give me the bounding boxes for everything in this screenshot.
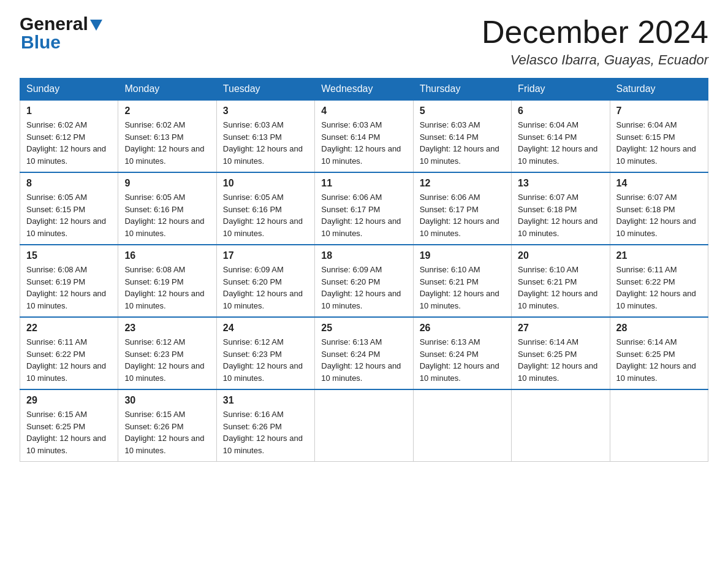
day-info: Sunrise: 6:04 AMSunset: 6:14 PMDaylight:… bbox=[518, 119, 603, 167]
calendar-week-row: 8Sunrise: 6:05 AMSunset: 6:15 PMDaylight… bbox=[20, 172, 708, 245]
sunset-text: Sunset: 6:23 PM bbox=[223, 350, 282, 359]
logo-blue-text: Blue bbox=[21, 33, 61, 52]
daylight-text: Daylight: 12 hours and 10 minutes. bbox=[321, 361, 401, 383]
sunrise-text: Sunrise: 6:09 AM bbox=[223, 265, 284, 274]
sunset-text: Sunset: 6:22 PM bbox=[26, 350, 85, 359]
day-number: 8 bbox=[26, 178, 112, 189]
header-sunday: Sunday bbox=[20, 79, 118, 101]
daylight-text: Daylight: 12 hours and 10 minutes. bbox=[124, 289, 204, 310]
daylight-text: Daylight: 12 hours and 10 minutes. bbox=[223, 144, 303, 166]
sunset-text: Sunset: 6:26 PM bbox=[223, 422, 282, 431]
sunrise-text: Sunrise: 6:11 AM bbox=[26, 337, 87, 347]
sunrise-text: Sunrise: 6:05 AM bbox=[124, 193, 185, 202]
header-saturday: Saturday bbox=[610, 79, 708, 101]
sunrise-text: Sunrise: 6:07 AM bbox=[616, 193, 677, 202]
sunset-text: Sunset: 6:13 PM bbox=[223, 132, 282, 142]
sunrise-text: Sunrise: 6:03 AM bbox=[321, 120, 382, 129]
day-number: 17 bbox=[223, 250, 308, 261]
day-info: Sunrise: 6:05 AMSunset: 6:16 PMDaylight:… bbox=[223, 191, 308, 239]
calendar-week-row: 29Sunrise: 6:15 AMSunset: 6:25 PMDayligh… bbox=[20, 389, 708, 462]
day-number: 14 bbox=[616, 178, 702, 189]
sunrise-text: Sunrise: 6:06 AM bbox=[420, 193, 480, 202]
table-row: 17Sunrise: 6:09 AMSunset: 6:20 PMDayligh… bbox=[216, 245, 314, 317]
sunset-text: Sunset: 6:19 PM bbox=[26, 277, 85, 286]
page-header: General Blue December 2024 Velasco Ibarr… bbox=[20, 15, 708, 68]
sunset-text: Sunset: 6:16 PM bbox=[223, 205, 282, 214]
sunrise-text: Sunrise: 6:08 AM bbox=[124, 265, 185, 274]
table-row: 4Sunrise: 6:03 AMSunset: 6:14 PMDaylight… bbox=[315, 100, 413, 172]
daylight-text: Daylight: 12 hours and 10 minutes. bbox=[124, 144, 204, 166]
sunrise-text: Sunrise: 6:15 AM bbox=[26, 410, 87, 419]
calendar-week-row: 15Sunrise: 6:08 AMSunset: 6:19 PMDayligh… bbox=[20, 245, 708, 317]
sunrise-text: Sunrise: 6:14 AM bbox=[616, 337, 677, 347]
day-number: 27 bbox=[518, 323, 603, 334]
header-friday: Friday bbox=[512, 79, 610, 101]
day-info: Sunrise: 6:14 AMSunset: 6:25 PMDaylight:… bbox=[518, 336, 603, 384]
day-info: Sunrise: 6:07 AMSunset: 6:18 PMDaylight:… bbox=[518, 191, 603, 239]
day-number: 21 bbox=[616, 250, 702, 261]
daylight-text: Daylight: 12 hours and 10 minutes. bbox=[420, 144, 499, 166]
sunrise-text: Sunrise: 6:10 AM bbox=[518, 265, 578, 274]
daylight-text: Daylight: 12 hours and 10 minutes. bbox=[124, 216, 204, 238]
table-row: 16Sunrise: 6:08 AMSunset: 6:19 PMDayligh… bbox=[118, 245, 216, 317]
daylight-text: Daylight: 12 hours and 10 minutes. bbox=[616, 289, 696, 310]
daylight-text: Daylight: 12 hours and 10 minutes. bbox=[223, 289, 303, 310]
daylight-text: Daylight: 12 hours and 10 minutes. bbox=[321, 144, 401, 166]
logo-general-text: General bbox=[20, 15, 88, 33]
header-monday: Monday bbox=[118, 79, 216, 101]
table-row: 20Sunrise: 6:10 AMSunset: 6:21 PMDayligh… bbox=[512, 245, 610, 317]
daylight-text: Daylight: 12 hours and 10 minutes. bbox=[321, 216, 401, 238]
table-row: 25Sunrise: 6:13 AMSunset: 6:24 PMDayligh… bbox=[315, 317, 413, 389]
day-number: 15 bbox=[26, 250, 112, 261]
table-row: 22Sunrise: 6:11 AMSunset: 6:22 PMDayligh… bbox=[20, 317, 118, 389]
day-number: 12 bbox=[420, 178, 505, 189]
day-number: 13 bbox=[518, 178, 603, 189]
day-info: Sunrise: 6:16 AMSunset: 6:26 PMDaylight:… bbox=[223, 408, 308, 456]
sunrise-text: Sunrise: 6:16 AM bbox=[223, 410, 284, 419]
sunrise-text: Sunrise: 6:13 AM bbox=[420, 337, 480, 347]
day-info: Sunrise: 6:02 AMSunset: 6:13 PMDaylight:… bbox=[124, 119, 210, 167]
day-info: Sunrise: 6:13 AMSunset: 6:24 PMDaylight:… bbox=[420, 336, 505, 384]
day-info: Sunrise: 6:03 AMSunset: 6:14 PMDaylight:… bbox=[420, 119, 505, 167]
daylight-text: Daylight: 12 hours and 10 minutes. bbox=[616, 144, 696, 166]
daylight-text: Daylight: 12 hours and 10 minutes. bbox=[26, 434, 106, 455]
day-info: Sunrise: 6:03 AMSunset: 6:13 PMDaylight:… bbox=[223, 119, 308, 167]
sunrise-text: Sunrise: 6:05 AM bbox=[223, 193, 284, 202]
sunrise-text: Sunrise: 6:03 AM bbox=[223, 120, 284, 129]
table-row: 31Sunrise: 6:16 AMSunset: 6:26 PMDayligh… bbox=[216, 389, 314, 462]
sunset-text: Sunset: 6:18 PM bbox=[616, 205, 675, 214]
daylight-text: Daylight: 12 hours and 10 minutes. bbox=[124, 434, 204, 455]
table-row bbox=[413, 389, 511, 462]
sunset-text: Sunset: 6:22 PM bbox=[616, 277, 675, 286]
calendar-header-row: Sunday Monday Tuesday Wednesday Thursday… bbox=[20, 79, 708, 101]
table-row: 30Sunrise: 6:15 AMSunset: 6:26 PMDayligh… bbox=[118, 389, 216, 462]
table-row bbox=[610, 389, 708, 462]
sunset-text: Sunset: 6:21 PM bbox=[420, 277, 479, 286]
sunrise-text: Sunrise: 6:02 AM bbox=[26, 120, 87, 129]
day-info: Sunrise: 6:12 AMSunset: 6:23 PMDaylight:… bbox=[124, 336, 210, 384]
day-number: 30 bbox=[124, 395, 210, 406]
daylight-text: Daylight: 12 hours and 10 minutes. bbox=[26, 289, 106, 310]
sunset-text: Sunset: 6:26 PM bbox=[124, 422, 183, 431]
sunset-text: Sunset: 6:19 PM bbox=[124, 277, 183, 286]
day-number: 1 bbox=[26, 105, 112, 117]
sunset-text: Sunset: 6:15 PM bbox=[616, 132, 675, 142]
daylight-text: Daylight: 12 hours and 10 minutes. bbox=[420, 216, 499, 238]
logo: General Blue bbox=[20, 15, 102, 52]
sunset-text: Sunset: 6:15 PM bbox=[26, 205, 85, 214]
day-info: Sunrise: 6:08 AMSunset: 6:19 PMDaylight:… bbox=[124, 264, 210, 312]
table-row: 1Sunrise: 6:02 AMSunset: 6:12 PMDaylight… bbox=[20, 100, 118, 172]
header-wednesday: Wednesday bbox=[315, 79, 413, 101]
sunrise-text: Sunrise: 6:08 AM bbox=[26, 265, 87, 274]
daylight-text: Daylight: 12 hours and 10 minutes. bbox=[26, 216, 106, 238]
day-number: 26 bbox=[420, 323, 505, 334]
daylight-text: Daylight: 12 hours and 10 minutes. bbox=[223, 216, 303, 238]
sunrise-text: Sunrise: 6:06 AM bbox=[321, 193, 382, 202]
daylight-text: Daylight: 12 hours and 10 minutes. bbox=[518, 216, 597, 238]
day-number: 4 bbox=[321, 105, 406, 117]
sunset-text: Sunset: 6:14 PM bbox=[420, 132, 479, 142]
sunrise-text: Sunrise: 6:04 AM bbox=[518, 120, 578, 129]
day-info: Sunrise: 6:08 AMSunset: 6:19 PMDaylight:… bbox=[26, 264, 112, 312]
day-info: Sunrise: 6:09 AMSunset: 6:20 PMDaylight:… bbox=[321, 264, 406, 312]
daylight-text: Daylight: 12 hours and 10 minutes. bbox=[518, 289, 597, 310]
